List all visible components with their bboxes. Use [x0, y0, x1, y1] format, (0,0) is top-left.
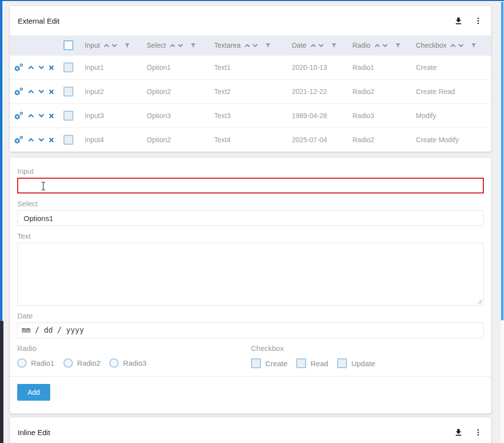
column-label[interactable]: Textarea: [214, 41, 241, 49]
row-move-up-icon[interactable]: [28, 136, 34, 143]
filter-icon[interactable]: [265, 42, 271, 49]
cell-date: 1989-04-28: [292, 112, 352, 120]
left-scrollbar[interactable]: [0, 0, 4, 443]
radio-option-label: Radio3: [123, 359, 147, 367]
sort-asc-icon[interactable]: [310, 42, 316, 49]
resize-grip-icon[interactable]: [476, 298, 482, 304]
download-icon[interactable]: [454, 428, 463, 437]
sort-desc-icon[interactable]: [382, 42, 388, 49]
radio-group: Radio Radio1 Radio2 Radio3: [17, 344, 251, 368]
right-scrollbar[interactable]: [501, 0, 504, 443]
sort-desc-icon[interactable]: [318, 42, 324, 49]
cell-checkbox: Create Read: [416, 88, 491, 95]
row-checkbox[interactable]: [63, 87, 73, 96]
add-button[interactable]: Add: [17, 384, 50, 401]
sort-desc-icon[interactable]: [252, 42, 258, 49]
cell-radio: Radio3: [352, 112, 416, 120]
filter-icon[interactable]: [190, 42, 196, 49]
row-checkbox[interactable]: [63, 135, 73, 145]
checkbox-create[interactable]: [251, 358, 261, 368]
row-settings-icon[interactable]: [14, 87, 24, 96]
filter-icon[interactable]: [471, 42, 477, 49]
column-header-input: Input: [85, 41, 147, 49]
text-cursor-icon: [41, 182, 46, 190]
cell-checkbox: Create Modify: [416, 136, 491, 144]
row-settings-icon[interactable]: [14, 63, 24, 72]
table-header-row: Input Select Textarea Date: [10, 35, 491, 55]
cell-date: 2020-10-13: [292, 63, 352, 71]
column-header-textarea: Textarea: [214, 41, 292, 49]
select-field[interactable]: Options1: [17, 210, 484, 226]
row-actions: [10, 87, 57, 96]
sort-asc-icon[interactable]: [103, 42, 110, 49]
column-header-radio: Radio: [352, 41, 416, 49]
download-icon[interactable]: [454, 16, 463, 26]
input-field[interactable]: [17, 178, 484, 193]
column-label[interactable]: Select: [147, 41, 166, 49]
table-row: Input3 Option3 Text3 1989-04-28 Radio3 M…: [10, 103, 491, 127]
checkbox-option-label: Update: [351, 359, 375, 368]
row-delete-icon[interactable]: [48, 89, 55, 95]
filter-icon[interactable]: [331, 42, 337, 49]
row-move-down-icon[interactable]: [38, 64, 45, 71]
inline-edit-panel: Inline Edit: [10, 417, 491, 443]
row-move-down-icon[interactable]: [38, 112, 45, 119]
radio-radio3[interactable]: [109, 358, 119, 368]
column-header-select: Select: [147, 41, 214, 49]
cell-textarea: Text2: [214, 88, 292, 95]
checkbox-read[interactable]: [296, 358, 306, 368]
checkbox-update[interactable]: [337, 358, 347, 368]
sort-desc-icon[interactable]: [177, 42, 184, 49]
row-settings-icon[interactable]: [14, 111, 24, 120]
radio-radio1[interactable]: [17, 358, 27, 368]
sort-asc-icon[interactable]: [374, 42, 380, 49]
left-scrollbar-thumb[interactable]: [0, 0, 2, 321]
row-delete-icon[interactable]: [48, 137, 55, 143]
date-placeholder: mm / dd / yyyy: [22, 326, 84, 335]
row-move-up-icon[interactable]: [28, 88, 34, 95]
select-all-checkbox[interactable]: [63, 40, 73, 50]
row-settings-icon[interactable]: [14, 135, 24, 144]
column-label[interactable]: Checkbox: [416, 41, 446, 49]
row-move-down-icon[interactable]: [38, 136, 45, 143]
inline-panel-header: Inline Edit: [10, 417, 491, 443]
input-label: Input: [17, 167, 484, 175]
kebab-menu-icon[interactable]: [474, 428, 482, 437]
text-field[interactable]: [17, 243, 484, 306]
sort-asc-icon[interactable]: [169, 42, 176, 49]
row-move-up-icon[interactable]: [28, 64, 34, 71]
filter-icon[interactable]: [124, 42, 130, 49]
cell-input: Input1: [85, 63, 147, 71]
sort-desc-icon[interactable]: [111, 42, 118, 49]
date-field[interactable]: mm / dd / yyyy: [17, 322, 484, 338]
radio-group-label: Radio: [17, 344, 251, 352]
radio-option-label: Radio1: [31, 359, 55, 367]
row-checkbox[interactable]: [63, 63, 73, 72]
table-row: Input2 Option2 Text2 2021-12-22 Radio2 C…: [10, 79, 491, 103]
filter-icon[interactable]: [395, 42, 401, 49]
column-label[interactable]: Date: [292, 41, 307, 49]
select-value: Options1: [24, 214, 53, 222]
sort-asc-icon[interactable]: [244, 42, 251, 49]
cell-select: Option2: [147, 136, 214, 144]
row-move-down-icon[interactable]: [38, 88, 45, 95]
column-header-checkbox: Checkbox: [416, 41, 491, 49]
radio-radio2[interactable]: [63, 358, 73, 368]
checkbox-group-label: Checkbox: [251, 344, 484, 352]
column-label[interactable]: Input: [85, 41, 100, 49]
right-scrollbar-thumb[interactable]: [501, 1, 504, 320]
inline-panel-title: Inline Edit: [18, 428, 50, 437]
row-move-up-icon[interactable]: [28, 112, 34, 119]
row-delete-icon[interactable]: [48, 113, 55, 119]
cell-select: Option3: [147, 112, 214, 120]
row-delete-icon[interactable]: [48, 64, 55, 71]
row-checkbox[interactable]: [63, 111, 73, 121]
row-actions: [10, 135, 57, 144]
sort-asc-icon[interactable]: [450, 42, 456, 49]
cell-select: Option2: [147, 88, 214, 95]
sort-desc-icon[interactable]: [458, 42, 464, 49]
top-border: [0, 0, 504, 1]
kebab-menu-icon[interactable]: [474, 17, 482, 25]
column-label[interactable]: Radio: [352, 41, 371, 49]
table-row: Input1 Option1 Text1 2020-10-13 Radio1 C…: [10, 55, 491, 79]
